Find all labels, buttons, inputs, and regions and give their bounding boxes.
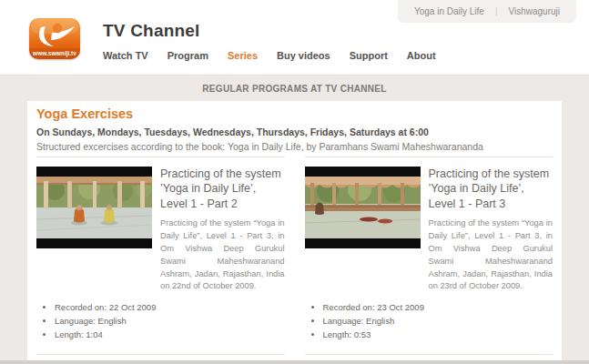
nav-support[interactable]: Support <box>350 50 388 61</box>
nav-about[interactable]: About <box>407 50 436 61</box>
nav-series[interactable]: Series <box>228 50 258 61</box>
section-description: Structured excercises according to the b… <box>36 141 553 152</box>
section-title: Yoga Exercises <box>36 106 553 121</box>
video-thumbnail-part3[interactable] <box>305 167 421 248</box>
meta-language: Language: English <box>323 316 553 326</box>
meta-length: Length: 0:53 <box>323 329 553 339</box>
schedule-text: On Sundays, Mondays, Tuesdays, Wednesday… <box>36 126 553 137</box>
video-thumbnail-part2[interactable] <box>36 167 152 248</box>
nav-program[interactable]: Program <box>168 50 208 61</box>
thumbnail-scene-two-kneeling <box>36 167 152 248</box>
main-nav: Watch TV Program Series Buy videos Suppo… <box>103 50 589 61</box>
logo-url-text: www.swamiji.tv <box>29 50 80 56</box>
swamiji-tv-logo[interactable]: www.swamiji.tv <box>29 18 80 59</box>
video-item-part3: Practicing of the system ’Yoga in Daily … <box>305 157 553 343</box>
video-meta-list: Recorded on: 22 Oct 2009 Language: Engli… <box>36 302 285 339</box>
series-card: Yoga Exercises On Sundays, Mondays, Tues… <box>27 101 562 364</box>
meta-length: Length: 1:04 <box>55 329 285 339</box>
video-item-part2: Practicing of the system ’Yoga in Daily … <box>36 157 285 343</box>
regular-programs-band: REGULAR PROGRAMS AT TV CHANNEL <box>0 76 589 101</box>
video-title[interactable]: Practicing of the system ’Yoga in Daily … <box>429 167 553 211</box>
link-vishwaguruji[interactable]: Vishwaguruji <box>508 6 560 16</box>
meta-recorded: Recorded on: 22 Oct 2009 <box>55 302 285 312</box>
page-title: TV Channel <box>103 21 589 41</box>
video-description: Practicing of the system “Yoga in Daily … <box>160 217 285 294</box>
meta-language: Language: English <box>55 316 285 326</box>
link-yoga-in-daily-life[interactable]: Yoga in Daily Life <box>414 6 484 16</box>
nav-buy-videos[interactable]: Buy videos <box>277 50 330 61</box>
meta-recorded: Recorded on: 23 Oct 2009 <box>323 302 553 312</box>
video-grid: Practicing of the system ’Yoga in Daily … <box>36 157 553 364</box>
video-meta-list: Recorded on: 23 Oct 2009 Language: Engli… <box>305 302 553 339</box>
video-title[interactable]: Practicing of the system ’Yoga in Daily … <box>160 167 285 211</box>
divider: | <box>495 6 498 16</box>
thumbnail-scene-veranda <box>305 167 421 248</box>
site-switcher: Yoga in Daily Life | Vishwaguruji <box>398 0 576 23</box>
nav-watch-tv[interactable]: Watch TV <box>103 50 148 61</box>
video-description: Practicing of the system “Yoga in Daily … <box>429 217 553 294</box>
window-edge <box>0 360 589 364</box>
